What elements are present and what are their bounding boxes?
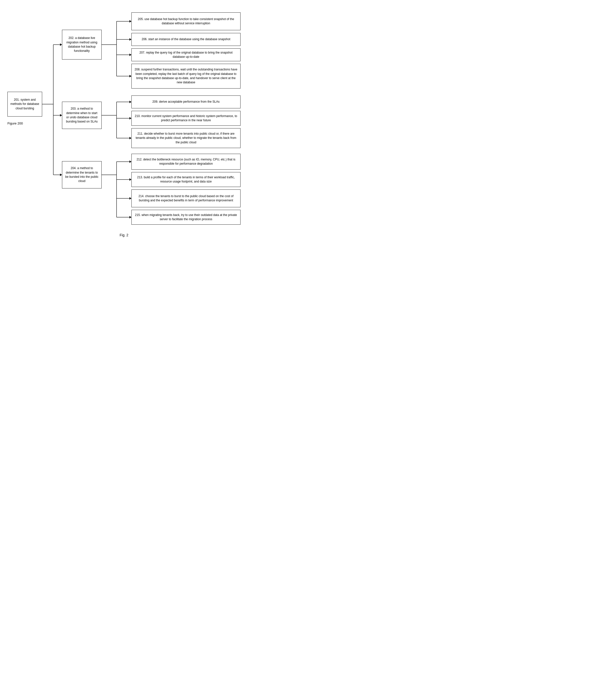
node-204-label: 204. a method to determine the tenants t…: [65, 166, 99, 184]
svg-marker-11: [129, 20, 131, 23]
svg-marker-33: [129, 197, 131, 200]
node-206: 206. start an instance of the database u…: [131, 33, 241, 46]
nodes-layer: 201. system and methods for database clo…: [5, 7, 243, 223]
node-209: 209. derive acceptable performance from …: [131, 95, 241, 108]
node-201-label: 201. system and methods for database clo…: [10, 98, 39, 111]
node-210: 210. monitor current system performance …: [131, 111, 241, 126]
node-211: 211. decide whether to burst more tenant…: [131, 128, 241, 148]
node-215: 215. when migrating tenants back, try to…: [131, 210, 241, 225]
node-207: 207. replay the query log of the origina…: [131, 49, 241, 61]
svg-marker-35: [129, 216, 131, 219]
node-209-label: 209. derive acceptable performance from …: [152, 100, 220, 104]
svg-marker-25: [129, 137, 131, 139]
node-213: 213. build a profile for each of the ten…: [131, 172, 241, 187]
node-212: 212. detect the bottleneck resource (suc…: [131, 154, 241, 170]
node-207-label: 207. replay the query log of the origina…: [134, 51, 238, 59]
svg-marker-5: [60, 114, 62, 116]
svg-marker-31: [129, 178, 131, 181]
node-203: 203. a method to determine when to start…: [62, 102, 102, 129]
node-214-label: 214. choose the tenants to burst to the …: [134, 194, 238, 203]
svg-marker-23: [129, 117, 131, 119]
node-212-label: 212. detect the bottleneck resource (suc…: [134, 157, 238, 166]
svg-marker-15: [129, 54, 131, 56]
node-204: 204. a method to determine the tenants t…: [62, 161, 102, 188]
node-205: 205. use database hot backup function to…: [131, 13, 241, 30]
svg-marker-29: [129, 160, 131, 163]
svg-marker-3: [60, 43, 62, 46]
diagram-wrapper: 201. system and methods for database clo…: [5, 7, 243, 237]
diagram-container: 201. system and methods for database clo…: [5, 7, 243, 237]
svg-marker-13: [129, 38, 131, 41]
node-202-label: 202. a database live migration method us…: [65, 36, 99, 53]
node-213-label: 213. build a profile for each of the ten…: [134, 175, 238, 184]
node-215-label: 215. when migrating tenants back, try to…: [134, 213, 238, 222]
node-210-label: 210. monitor current system performance …: [134, 114, 238, 123]
node-201: 201. system and methods for database clo…: [7, 92, 42, 116]
svg-marker-17: [129, 75, 131, 77]
node-208: 208. suspend further transactions, wait …: [131, 64, 241, 89]
node-214: 214. choose the tenants to burst to the …: [131, 189, 241, 207]
node-202: 202. a database live migration method us…: [62, 30, 102, 59]
caption-figure200: Figure 200: [7, 121, 23, 125]
node-203-label: 203. a method to determine when to start…: [65, 107, 99, 124]
node-206-label: 206. start an instance of the database u…: [141, 37, 230, 41]
svg-marker-21: [129, 101, 131, 103]
node-211-label: 211. decide whether to burst more tenant…: [134, 132, 238, 145]
figure-label: Fig. 2: [5, 233, 243, 237]
svg-marker-7: [60, 174, 62, 176]
node-205-label: 205. use database hot backup function to…: [134, 17, 238, 26]
node-208-label: 208. suspend further transactions, wait …: [134, 68, 238, 85]
